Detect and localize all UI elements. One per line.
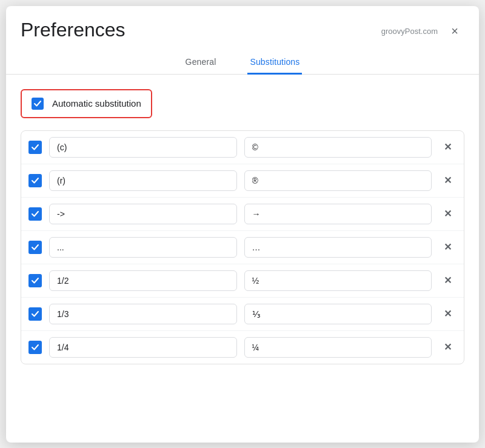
close-button[interactable]: × xyxy=(445,22,464,41)
table-row: ✕ xyxy=(21,264,464,298)
dialog-title: Preferences xyxy=(21,18,125,41)
row-to-input-0[interactable] xyxy=(244,137,432,158)
preferences-dialog: Preferences groovyPost.com × General Sub… xyxy=(6,6,479,443)
row-from-input-2[interactable] xyxy=(49,204,237,224)
table-scroll-area[interactable]: ✕ ✕ ✕ xyxy=(21,131,464,364)
row-checkbox-0[interactable] xyxy=(28,141,42,154)
row-checkbox-5[interactable] xyxy=(28,307,42,321)
row-to-input-2[interactable] xyxy=(244,204,432,224)
auto-substitution-section: Automatic substitution xyxy=(21,89,152,118)
row-from-input-3[interactable] xyxy=(49,237,237,258)
table-row: ✕ xyxy=(21,131,464,164)
tab-bar: General Substitutions xyxy=(6,51,479,75)
header-right: groovyPost.com × xyxy=(381,18,464,41)
row-checkbox-4[interactable] xyxy=(28,274,42,287)
row-delete-button-2[interactable]: ✕ xyxy=(439,206,457,222)
auto-substitution-checkbox[interactable] xyxy=(32,98,44,110)
auto-substitution-label: Automatic substitution xyxy=(52,98,141,109)
row-from-input-6[interactable] xyxy=(49,337,237,358)
row-to-input-1[interactable] xyxy=(244,170,432,191)
row-checkbox-1[interactable] xyxy=(28,174,42,187)
row-to-input-5[interactable] xyxy=(244,304,432,324)
row-from-input-0[interactable] xyxy=(49,137,237,158)
row-checkbox-6[interactable] xyxy=(28,341,42,354)
row-to-input-3[interactable] xyxy=(244,237,432,258)
row-checkbox-3[interactable] xyxy=(28,241,42,254)
row-delete-button-6[interactable]: ✕ xyxy=(439,339,457,355)
table-row: ✕ xyxy=(21,298,464,331)
row-from-input-5[interactable] xyxy=(49,304,237,324)
row-delete-button-1[interactable]: ✕ xyxy=(439,172,457,189)
row-to-input-6[interactable] xyxy=(244,337,432,358)
tab-substitutions[interactable]: Substitutions xyxy=(247,51,302,75)
row-delete-button-5[interactable]: ✕ xyxy=(439,306,457,322)
watermark-label: groovyPost.com xyxy=(381,27,438,36)
table-row: ✕ xyxy=(21,231,464,264)
row-to-input-4[interactable] xyxy=(244,270,432,291)
table-row: ✕ xyxy=(21,198,464,231)
row-delete-button-0[interactable]: ✕ xyxy=(439,139,457,155)
table-row: ✕ xyxy=(21,164,464,198)
substitutions-table: ✕ ✕ ✕ xyxy=(21,130,464,364)
row-delete-button-3[interactable]: ✕ xyxy=(439,239,457,255)
dialog-header: Preferences groovyPost.com × xyxy=(6,6,479,41)
row-delete-button-4[interactable]: ✕ xyxy=(439,272,457,289)
table-row: ✕ xyxy=(21,331,464,364)
row-from-input-4[interactable] xyxy=(49,270,237,291)
row-checkbox-2[interactable] xyxy=(28,207,42,221)
row-from-input-1[interactable] xyxy=(49,170,237,191)
content-area: Automatic substitution ✕ ✕ xyxy=(6,75,479,374)
tab-general[interactable]: General xyxy=(183,51,219,75)
